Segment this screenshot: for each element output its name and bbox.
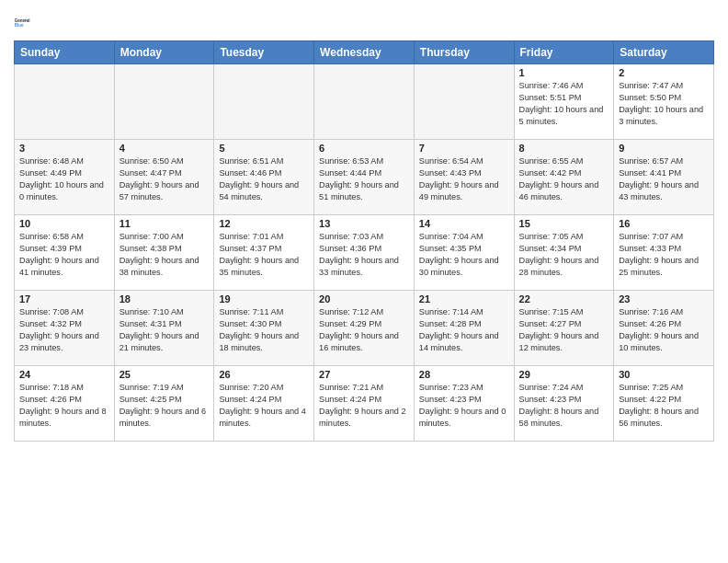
day-number: 24 xyxy=(19,369,109,380)
weekday-header-thursday: Thursday xyxy=(414,41,514,64)
day-number: 18 xyxy=(119,293,210,304)
day-number: 14 xyxy=(419,218,509,229)
day-cell: 13Sunrise: 7:03 AMSunset: 4:36 PMDayligh… xyxy=(314,215,415,291)
week-row-2: 3Sunrise: 6:48 AMSunset: 4:49 PMDaylight… xyxy=(15,140,714,215)
day-cell: 2Sunrise: 7:47 AMSunset: 5:50 PMDaylight… xyxy=(614,64,714,140)
day-number: 9 xyxy=(619,143,709,154)
day-number: 7 xyxy=(419,143,509,154)
day-cell: 1Sunrise: 7:46 AMSunset: 5:51 PMDaylight… xyxy=(514,64,614,140)
day-info: Sunrise: 7:03 AMSunset: 4:36 PMDaylight:… xyxy=(319,231,409,279)
day-cell: 7Sunrise: 6:54 AMSunset: 4:43 PMDaylight… xyxy=(414,140,514,215)
day-cell xyxy=(214,64,314,140)
day-cell xyxy=(15,64,115,140)
day-info: Sunrise: 7:05 AMSunset: 4:34 PMDaylight:… xyxy=(519,231,609,279)
weekday-header-row: SundayMondayTuesdayWednesdayThursdayFrid… xyxy=(15,41,714,64)
day-number: 22 xyxy=(519,293,609,304)
day-number: 23 xyxy=(619,293,709,304)
day-cell: 23Sunrise: 7:16 AMSunset: 4:26 PMDayligh… xyxy=(614,291,714,366)
day-number: 3 xyxy=(19,143,109,154)
day-info: Sunrise: 7:11 AMSunset: 4:30 PMDaylight:… xyxy=(219,306,309,354)
logo-icon: General Blue xyxy=(14,9,40,35)
day-cell: 8Sunrise: 6:55 AMSunset: 4:42 PMDaylight… xyxy=(514,140,614,215)
svg-text:Blue: Blue xyxy=(15,23,24,28)
day-number: 27 xyxy=(319,369,409,380)
svg-text:General: General xyxy=(15,18,30,23)
day-info: Sunrise: 7:10 AMSunset: 4:31 PMDaylight:… xyxy=(119,306,210,354)
day-info: Sunrise: 7:01 AMSunset: 4:37 PMDaylight:… xyxy=(219,231,309,279)
weekday-header-tuesday: Tuesday xyxy=(214,41,314,64)
day-info: Sunrise: 7:20 AMSunset: 4:24 PMDaylight:… xyxy=(219,382,309,430)
day-info: Sunrise: 7:25 AMSunset: 4:22 PMDaylight:… xyxy=(619,382,709,430)
day-info: Sunrise: 6:48 AMSunset: 4:49 PMDaylight:… xyxy=(19,155,109,203)
day-cell: 9Sunrise: 6:57 AMSunset: 4:41 PMDaylight… xyxy=(614,140,714,215)
day-info: Sunrise: 7:21 AMSunset: 4:24 PMDaylight:… xyxy=(319,382,409,430)
day-info: Sunrise: 7:14 AMSunset: 4:28 PMDaylight:… xyxy=(419,306,509,354)
day-cell: 27Sunrise: 7:21 AMSunset: 4:24 PMDayligh… xyxy=(314,366,415,442)
week-row-3: 10Sunrise: 6:58 AMSunset: 4:39 PMDayligh… xyxy=(15,215,714,291)
day-number: 2 xyxy=(619,67,709,78)
day-cell xyxy=(414,64,514,140)
day-cell: 3Sunrise: 6:48 AMSunset: 4:49 PMDaylight… xyxy=(15,140,115,215)
day-info: Sunrise: 7:12 AMSunset: 4:29 PMDaylight:… xyxy=(319,306,409,354)
day-number: 29 xyxy=(519,369,609,380)
day-cell: 11Sunrise: 7:00 AMSunset: 4:38 PMDayligh… xyxy=(114,215,214,291)
day-number: 5 xyxy=(219,143,309,154)
day-info: Sunrise: 7:23 AMSunset: 4:23 PMDaylight:… xyxy=(419,382,509,430)
day-cell: 30Sunrise: 7:25 AMSunset: 4:22 PMDayligh… xyxy=(614,366,714,442)
day-info: Sunrise: 7:15 AMSunset: 4:27 PMDaylight:… xyxy=(519,306,609,354)
day-cell: 21Sunrise: 7:14 AMSunset: 4:28 PMDayligh… xyxy=(414,291,514,366)
day-info: Sunrise: 6:50 AMSunset: 4:47 PMDaylight:… xyxy=(119,155,210,203)
day-cell: 26Sunrise: 7:20 AMSunset: 4:24 PMDayligh… xyxy=(214,366,314,442)
day-info: Sunrise: 6:57 AMSunset: 4:41 PMDaylight:… xyxy=(619,155,709,203)
day-number: 20 xyxy=(319,293,409,304)
weekday-header-monday: Monday xyxy=(114,41,214,64)
day-number: 16 xyxy=(619,218,709,229)
day-info: Sunrise: 6:55 AMSunset: 4:42 PMDaylight:… xyxy=(519,155,609,203)
day-info: Sunrise: 7:46 AMSunset: 5:51 PMDaylight:… xyxy=(519,80,609,128)
day-cell xyxy=(314,64,415,140)
day-number: 21 xyxy=(419,293,509,304)
day-number: 28 xyxy=(419,369,509,380)
day-cell: 20Sunrise: 7:12 AMSunset: 4:29 PMDayligh… xyxy=(314,291,415,366)
day-number: 15 xyxy=(519,218,609,229)
day-info: Sunrise: 7:47 AMSunset: 5:50 PMDaylight:… xyxy=(619,80,709,128)
day-number: 8 xyxy=(519,143,609,154)
header: General Blue xyxy=(14,9,714,35)
day-cell: 19Sunrise: 7:11 AMSunset: 4:30 PMDayligh… xyxy=(214,291,314,366)
day-number: 19 xyxy=(219,293,309,304)
day-cell: 24Sunrise: 7:18 AMSunset: 4:26 PMDayligh… xyxy=(15,366,115,442)
day-number: 12 xyxy=(219,218,309,229)
day-cell: 4Sunrise: 6:50 AMSunset: 4:47 PMDaylight… xyxy=(114,140,214,215)
day-cell: 6Sunrise: 6:53 AMSunset: 4:44 PMDaylight… xyxy=(314,140,415,215)
day-info: Sunrise: 7:18 AMSunset: 4:26 PMDaylight:… xyxy=(19,382,109,430)
day-info: Sunrise: 6:51 AMSunset: 4:46 PMDaylight:… xyxy=(219,155,309,203)
weekday-header-friday: Friday xyxy=(514,41,614,64)
day-number: 25 xyxy=(119,369,210,380)
calendar-table: SundayMondayTuesdayWednesdayThursdayFrid… xyxy=(14,40,714,442)
day-info: Sunrise: 6:58 AMSunset: 4:39 PMDaylight:… xyxy=(19,231,109,279)
day-number: 13 xyxy=(319,218,409,229)
day-number: 26 xyxy=(219,369,309,380)
weekday-header-saturday: Saturday xyxy=(614,41,714,64)
day-cell xyxy=(114,64,214,140)
day-info: Sunrise: 7:08 AMSunset: 4:32 PMDaylight:… xyxy=(19,306,109,354)
day-cell: 12Sunrise: 7:01 AMSunset: 4:37 PMDayligh… xyxy=(214,215,314,291)
day-info: Sunrise: 6:54 AMSunset: 4:43 PMDaylight:… xyxy=(419,155,509,203)
day-info: Sunrise: 7:16 AMSunset: 4:26 PMDaylight:… xyxy=(619,306,709,354)
day-info: Sunrise: 7:00 AMSunset: 4:38 PMDaylight:… xyxy=(119,231,210,279)
day-cell: 18Sunrise: 7:10 AMSunset: 4:31 PMDayligh… xyxy=(114,291,214,366)
day-cell: 16Sunrise: 7:07 AMSunset: 4:33 PMDayligh… xyxy=(614,215,714,291)
day-info: Sunrise: 7:19 AMSunset: 4:25 PMDaylight:… xyxy=(119,382,210,430)
day-info: Sunrise: 7:07 AMSunset: 4:33 PMDaylight:… xyxy=(619,231,709,279)
day-number: 1 xyxy=(519,67,609,78)
day-cell: 25Sunrise: 7:19 AMSunset: 4:25 PMDayligh… xyxy=(114,366,214,442)
day-cell: 15Sunrise: 7:05 AMSunset: 4:34 PMDayligh… xyxy=(514,215,614,291)
day-info: Sunrise: 6:53 AMSunset: 4:44 PMDaylight:… xyxy=(319,155,409,203)
week-row-5: 24Sunrise: 7:18 AMSunset: 4:26 PMDayligh… xyxy=(15,366,714,442)
logo: General Blue xyxy=(14,9,40,35)
week-row-1: 1Sunrise: 7:46 AMSunset: 5:51 PMDaylight… xyxy=(15,64,714,140)
day-number: 11 xyxy=(119,218,210,229)
day-number: 17 xyxy=(19,293,109,304)
weekday-header-wednesday: Wednesday xyxy=(314,41,415,64)
day-cell: 5Sunrise: 6:51 AMSunset: 4:46 PMDaylight… xyxy=(214,140,314,215)
